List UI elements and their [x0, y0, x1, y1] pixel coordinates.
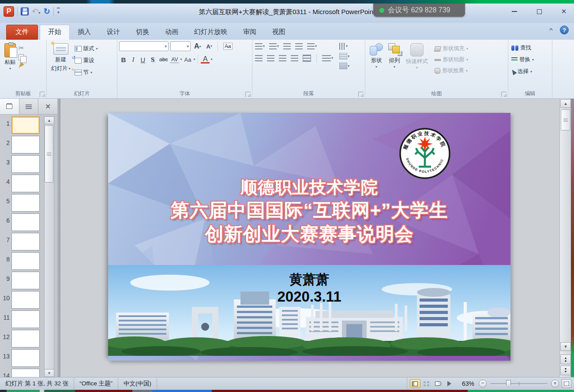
shape-fill-button[interactable]: 形状填充 ▾	[433, 44, 469, 53]
save-icon[interactable]	[21, 7, 29, 15]
numbering-button[interactable]: ▾	[268, 43, 280, 50]
strikethrough-button[interactable]: abc	[158, 56, 169, 63]
language-indicator[interactable]: 中文(中国)	[118, 377, 157, 390]
underline-button[interactable]: U	[139, 56, 147, 63]
cut-icon[interactable]: ✂	[19, 44, 24, 52]
slide-counter[interactable]: 幻灯片 第 1 张, 共 32 张	[0, 377, 74, 390]
tab-outline[interactable]	[19, 99, 39, 114]
slide-canvas[interactable]: 顺德职业技术学院 SHUNDE POLYTECHNIC	[108, 113, 510, 361]
zoom-slider[interactable]	[490, 380, 548, 388]
panel-splitter[interactable]	[57, 99, 60, 377]
slide-title-block[interactable]: 顺德职业技术学院 第六届中国国际“互联网+”大学生 创新创业大赛赛事说明会	[108, 176, 510, 246]
clipboard-dialog-launcher-icon[interactable]: ◿	[40, 92, 45, 97]
minimize-button[interactable]	[509, 7, 520, 16]
vertical-scrollbar[interactable]: ▲ ▼ ▲▲ ▼▼	[559, 99, 571, 377]
bold-button[interactable]: B	[119, 56, 128, 63]
paragraph-dialog-launcher-icon[interactable]: ◿	[358, 92, 364, 97]
thumbnail-slide-10[interactable]: 10	[0, 291, 43, 309]
fit-to-window-button[interactable]	[562, 379, 571, 388]
thumbnail-slide-1[interactable]: 1	[0, 116, 43, 134]
tab-transitions[interactable]: 切换	[128, 25, 157, 40]
bullets-button[interactable]: ▾	[254, 43, 266, 50]
align-left-button[interactable]	[254, 55, 263, 62]
reset-button[interactable]: 重设	[73, 56, 99, 65]
slide-editing-area[interactable]: 顺德职业技术学院 SHUNDE POLYTECHNIC	[60, 99, 559, 377]
maximize-button[interactable]	[533, 7, 545, 16]
panel-scrollbar-thumb[interactable]	[45, 125, 53, 183]
thumbnail-slide-6[interactable]: 6	[0, 213, 43, 231]
thumbnail-slide-9[interactable]: 9	[0, 272, 43, 289]
thumbnail-slide-11[interactable]: 11	[0, 310, 43, 328]
quick-styles-button[interactable]: 快速样式 ▾	[403, 41, 431, 90]
section-button[interactable]: 节 ▾	[73, 68, 99, 77]
theme-name[interactable]: “Office 主题”	[74, 377, 118, 390]
tab-animations[interactable]: 动画	[157, 25, 186, 40]
customize-qat-button[interactable]: ▔▾	[57, 9, 60, 14]
columns-button[interactable]: ▾	[321, 55, 334, 62]
align-center-button[interactable]	[266, 55, 275, 62]
text-shadow-button[interactable]: S	[148, 56, 157, 63]
shrink-font-button[interactable]: A▾	[205, 43, 214, 50]
copy-icon[interactable]	[19, 54, 24, 60]
clear-formatting-button[interactable]: A̶a	[221, 42, 234, 50]
help-icon[interactable]: ?	[560, 26, 569, 34]
thumbnail-slide-12[interactable]: 12	[0, 330, 43, 347]
font-color-button[interactable]: A	[201, 56, 210, 63]
zoom-slider-thumb[interactable]	[506, 380, 511, 387]
line-spacing-button[interactable]: ▾	[306, 43, 318, 50]
new-slide-button[interactable]: 新建 幻灯片 ▾	[49, 41, 73, 77]
tab-slideshow[interactable]: 幻灯片放映	[186, 25, 235, 40]
slideshow-view-button[interactable]	[444, 379, 455, 388]
tab-home[interactable]: 开始	[40, 25, 70, 40]
change-case-button[interactable]: Aa	[183, 56, 193, 63]
scrollbar-thumb[interactable]	[561, 109, 570, 131]
next-slide-button[interactable]: ▼▼	[560, 366, 571, 375]
thumbnail-slide-14[interactable]: 14	[0, 369, 43, 377]
font-size-combobox[interactable]: ▾	[170, 41, 191, 51]
character-spacing-button[interactable]: AV	[170, 56, 179, 63]
redo-icon[interactable]: ↻	[44, 7, 50, 15]
zoom-in-button[interactable]: +	[551, 380, 559, 388]
thumbnail-slide-5[interactable]: 5	[0, 194, 43, 212]
tab-review[interactable]: 审阅	[235, 25, 264, 40]
align-right-button[interactable]	[278, 55, 287, 62]
zoom-percentage[interactable]: 63%	[458, 380, 479, 387]
close-button[interactable]: ✕	[558, 7, 570, 16]
distributed-button[interactable]	[302, 54, 312, 62]
justify-button[interactable]	[290, 55, 299, 62]
meeting-overlay-badge[interactable]: 会议号 629 828 739	[373, 4, 465, 17]
decrease-indent-button[interactable]	[282, 43, 292, 50]
panel-scrollbar[interactable]: ▲ ▼	[44, 116, 54, 377]
italic-button[interactable]: I	[129, 56, 138, 63]
thumbnail-slide-3[interactable]: 3	[0, 155, 43, 173]
close-panel-button[interactable]: ✕	[38, 99, 57, 114]
thumbnail-slide-8[interactable]: 8	[0, 252, 43, 270]
thumbnail-slide-4[interactable]: 4	[0, 175, 43, 192]
select-button[interactable]: 选择 ▾	[510, 67, 550, 76]
grow-font-button[interactable]: A▴	[192, 42, 203, 51]
increase-indent-button[interactable]	[294, 43, 304, 50]
thumbnail-slide-13[interactable]: 13	[0, 349, 43, 367]
tab-slides-thumbnails[interactable]	[0, 99, 19, 114]
tab-file[interactable]: 文件	[6, 25, 38, 40]
text-direction-button[interactable]: ▾	[338, 42, 350, 50]
scroll-down-icon[interactable]: ▼	[44, 369, 54, 377]
thumbnail-slide-2[interactable]: 2	[0, 136, 43, 153]
drawing-dialog-launcher-icon[interactable]: ◿	[501, 92, 506, 97]
font-dialog-launcher-icon[interactable]: ◿	[245, 92, 251, 97]
thumbnail-slide-7[interactable]: 7	[0, 233, 43, 250]
find-button[interactable]: 查找	[510, 43, 550, 52]
arrange-button[interactable]: 排列 ▾	[386, 41, 403, 90]
shape-effects-button[interactable]: 形状效果 ▾	[433, 66, 469, 75]
powerpoint-logo-icon[interactable]: P	[4, 6, 14, 17]
layout-button[interactable]: 版式 ▾	[73, 44, 99, 53]
normal-view-button[interactable]	[410, 379, 420, 388]
tab-view[interactable]: 视图	[264, 25, 293, 40]
reading-view-button[interactable]	[433, 379, 443, 388]
paste-button[interactable]: 粘贴 ▾	[2, 41, 19, 72]
undo-button[interactable]: ↶▾	[32, 7, 41, 16]
convert-smartart-button[interactable]: ▾	[338, 62, 350, 70]
collapse-ribbon-icon[interactable]: ^	[549, 27, 553, 33]
tab-insert[interactable]: 插入	[70, 25, 99, 40]
shape-outline-button[interactable]: 形状轮廓 ▾	[433, 55, 469, 64]
